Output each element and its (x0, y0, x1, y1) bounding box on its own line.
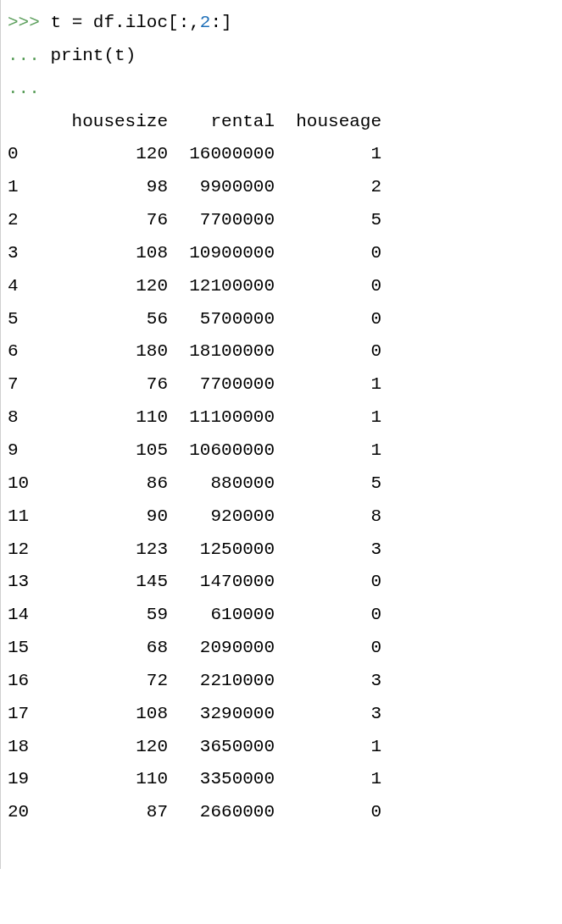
table-row: 18 120 3650000 1 (8, 731, 555, 764)
code-line-3: ... (8, 73, 555, 106)
table-row: 14 59 610000 0 (8, 599, 555, 632)
table-row: 7 76 7700000 1 (8, 368, 555, 401)
code-text: print(t) (50, 46, 136, 65)
table-row: 12 123 1250000 3 (8, 534, 555, 567)
code-text: :] (210, 13, 231, 32)
table-row: 17 108 3290000 3 (8, 698, 555, 731)
code-line-1: >>> t = df.iloc[:,2:] (8, 7, 555, 40)
table-row: 15 68 2090000 0 (8, 632, 555, 665)
table-row: 13 145 1470000 0 (8, 566, 555, 599)
code-line-2: ... print(t) (8, 40, 555, 73)
table-row: 1 98 9900000 2 (8, 171, 555, 204)
table-row: 16 72 2210000 3 (8, 665, 555, 698)
table-row: 4 120 12100000 0 (8, 270, 555, 303)
table-row: 9 105 10600000 1 (8, 434, 555, 468)
table-row: 6 180 18100000 0 (8, 335, 555, 368)
prompt-continuation: ... (8, 79, 50, 98)
table-row: 2 76 7700000 5 (8, 204, 555, 237)
table-row: 8 110 11100000 1 (8, 401, 555, 434)
code-text: t = df.iloc[:, (50, 13, 199, 32)
prompt-primary: >>> (8, 13, 50, 32)
code-number: 2 (200, 13, 211, 32)
table-row: 10 86 880000 5 (8, 468, 555, 501)
table-row: 0 120 16000000 1 (8, 138, 555, 171)
table-row: 19 110 3350000 1 (8, 763, 555, 796)
table-row: 3 108 10900000 0 (8, 237, 555, 270)
prompt-continuation: ... (8, 46, 50, 65)
table-row: 5 56 5700000 0 (8, 303, 555, 336)
table-row: 20 87 2660000 0 (8, 796, 555, 829)
table-row: 11 90 920000 8 (8, 501, 555, 534)
table-header: housesize rental houseage (8, 106, 555, 139)
